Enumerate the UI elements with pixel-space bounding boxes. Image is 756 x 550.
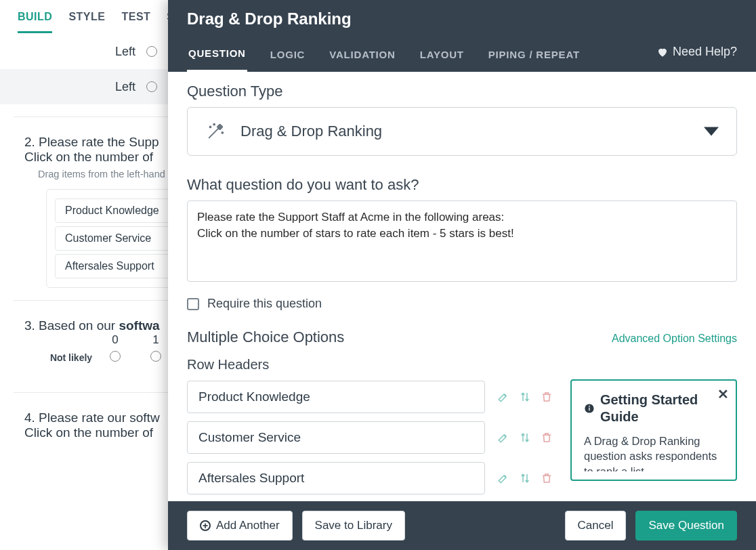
tab-test[interactable]: TEST: [121, 5, 150, 33]
need-help-link[interactable]: Need Help?: [656, 45, 737, 59]
radio-icon[interactable]: [150, 351, 161, 362]
question-type-value: Drag & Drop Ranking: [240, 123, 382, 140]
q3-title-text: 3. Based on our: [24, 318, 119, 333]
q3-title-bold: softwa: [119, 318, 159, 333]
plus-icon: +: [200, 520, 211, 531]
trash-icon[interactable]: [541, 431, 553, 444]
cancel-button[interactable]: Cancel: [565, 511, 627, 541]
question-text-input[interactable]: [187, 200, 737, 282]
trash-icon[interactable]: [541, 472, 553, 484]
require-checkbox[interactable]: [187, 298, 199, 310]
wand-icon: [205, 121, 226, 142]
radio-icon[interactable]: [146, 81, 157, 92]
getting-started-title-text: Getting Started Guide: [600, 392, 711, 425]
modal-title: Drag & Drop Ranking: [187, 9, 737, 39]
edit-icon[interactable]: [497, 431, 509, 444]
radio-icon[interactable]: [110, 351, 121, 362]
q3-row-label: Not likely: [47, 352, 95, 364]
row-header-input[interactable]: [187, 421, 485, 454]
row-headers-label: Row Headers: [187, 357, 737, 373]
getting-started-panel: ✕ Getting Started Guide A Drag & Drop Ra…: [570, 379, 737, 481]
edit-icon[interactable]: [497, 472, 509, 484]
add-another-button[interactable]: + Add Another: [187, 511, 293, 541]
chevron-down-icon: [704, 127, 719, 136]
row-header-input[interactable]: [187, 462, 485, 494]
tab-layout[interactable]: LAYOUT: [419, 41, 465, 71]
row-header-input[interactable]: [187, 381, 485, 413]
q3-col-0: 0: [95, 333, 135, 347]
save-to-library-button[interactable]: Save to Library: [302, 511, 405, 541]
require-label: Require this question: [207, 297, 322, 311]
tab-validation[interactable]: VALIDATION: [328, 41, 396, 71]
edit-icon[interactable]: [497, 391, 509, 403]
tab-piping[interactable]: PIPING / REPEAT: [487, 41, 581, 71]
save-question-button[interactable]: Save Question: [635, 511, 737, 541]
svg-rect-5: [589, 408, 589, 411]
svg-point-2: [213, 124, 215, 125]
trash-icon[interactable]: [541, 391, 553, 403]
close-icon[interactable]: ✕: [717, 386, 729, 402]
matrix-row-label: Left: [41, 80, 135, 94]
svg-point-6: [589, 406, 590, 407]
modal-footer: + Add Another Save to Library Cancel Sav…: [168, 501, 756, 550]
question-type-dropdown[interactable]: Drag & Drop Ranking: [187, 107, 737, 156]
tab-logic[interactable]: LOGIC: [269, 41, 307, 71]
info-icon: [584, 402, 595, 415]
modal-tabs: QUESTION LOGIC VALIDATION LAYOUT PIPING …: [187, 39, 737, 72]
tab-build[interactable]: BUILD: [18, 5, 52, 33]
getting-started-title: Getting Started Guide: [584, 392, 723, 425]
require-question-row[interactable]: Require this question: [187, 297, 737, 311]
heart-icon: [656, 46, 669, 58]
tab-question[interactable]: QUESTION: [187, 39, 247, 72]
modal-body: Question Type Drag & Drop Ranking What q…: [168, 72, 756, 501]
sort-icon[interactable]: [519, 472, 531, 484]
svg-point-1: [210, 127, 211, 128]
sort-icon[interactable]: [519, 391, 531, 403]
sort-icon[interactable]: [519, 431, 531, 444]
tab-style[interactable]: STYLE: [68, 5, 105, 33]
svg-point-3: [222, 132, 223, 133]
advanced-option-settings-link[interactable]: Advanced Option Settings: [612, 333, 737, 345]
getting-started-body: A Drag & Drop Ranking question asks resp…: [584, 433, 723, 471]
matrix-row-label: Left: [41, 45, 135, 59]
question-editor-modal: Drag & Drop Ranking QUESTION LOGIC VALID…: [168, 0, 756, 550]
multiple-choice-label: Multiple Choice Options: [187, 329, 344, 346]
question-text-label: What question do you want to ask?: [187, 176, 737, 194]
modal-header: Drag & Drop Ranking QUESTION LOGIC VALID…: [168, 0, 756, 72]
radio-icon[interactable]: [146, 46, 157, 57]
question-type-label: Question Type: [187, 83, 737, 100]
need-help-text: Need Help?: [673, 45, 737, 59]
add-another-label: Add Another: [216, 519, 280, 532]
